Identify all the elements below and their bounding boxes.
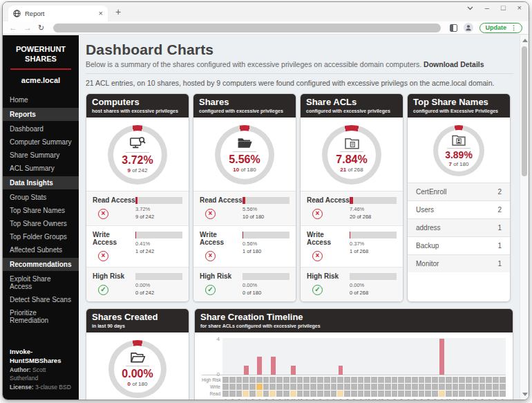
sidebar-item-acl-summary[interactable]: ACL Summary bbox=[3, 162, 79, 175]
sidebar-item-dashboard[interactable]: Dashboard bbox=[3, 122, 79, 135]
heatmap-cell bbox=[290, 391, 296, 397]
tab-close-icon[interactable]: × bbox=[99, 10, 103, 17]
month-label: 2 bbox=[472, 398, 479, 400]
side-panel-icon[interactable] bbox=[450, 24, 457, 32]
heatmap-cell bbox=[276, 377, 283, 383]
pass-check-icon: ✓ bbox=[98, 285, 108, 295]
heatmap-cell bbox=[364, 377, 370, 383]
y-max-label: 4 bbox=[217, 337, 220, 342]
profile-avatar[interactable] bbox=[464, 23, 473, 32]
heatmap-cell bbox=[412, 391, 418, 397]
stat-row-high-risk: High Risk✓0.00%0 of 180 bbox=[193, 267, 296, 301]
heatmap-cell bbox=[283, 391, 289, 397]
heatmap-cell bbox=[446, 377, 452, 383]
browser-titlebar: Report × + – □ × bbox=[3, 2, 529, 21]
heatmap-cell bbox=[236, 391, 243, 397]
sidebar-item-top-share-owners[interactable]: Top Share Owners bbox=[3, 217, 79, 230]
heatmap-cell bbox=[398, 377, 404, 383]
heatmap-row-high_risk bbox=[222, 377, 506, 383]
update-button[interactable]: Update ⋮ bbox=[479, 23, 522, 33]
address-bar[interactable] bbox=[53, 24, 441, 32]
divider bbox=[86, 73, 513, 74]
back-icon[interactable]: ← bbox=[9, 24, 17, 32]
heatmap-cell bbox=[344, 384, 350, 390]
heatmap-cell bbox=[351, 377, 357, 383]
donut-wrap: 0.00%0 of 180 bbox=[86, 332, 189, 400]
share-name: CertEnroll bbox=[416, 188, 446, 196]
minimize-button[interactable]: – bbox=[485, 4, 489, 12]
sidebar-item-exploit-share-access[interactable]: Exploit Share Access bbox=[3, 272, 79, 293]
folder-acl-icon bbox=[344, 137, 360, 149]
sidebar-item-share-summary[interactable]: Share Summary bbox=[3, 149, 79, 162]
new-tab-button[interactable]: + bbox=[115, 7, 121, 17]
stat-label: High Risk bbox=[200, 272, 243, 280]
month-label: 5 bbox=[249, 398, 256, 400]
heatmap-cell bbox=[425, 377, 431, 383]
stat-row-read-access: Read Access×3.72%9 of 242 bbox=[86, 191, 189, 225]
stat-row-high-risk: High Risk✓0.00%0 of 242 bbox=[86, 267, 189, 301]
sidebar-item-prioritize-remediation[interactable]: Prioritize Remediation bbox=[3, 306, 79, 327]
download-details-link[interactable]: Download Details bbox=[424, 60, 484, 68]
reload-icon[interactable]: ↻ bbox=[38, 24, 44, 32]
fail-x-icon: × bbox=[312, 251, 323, 261]
heatmap-cell bbox=[493, 391, 499, 397]
month-label: 8 bbox=[351, 398, 358, 400]
share-name-list: CertEnroll2Users2address1Backup1Monitor1 bbox=[408, 182, 510, 301]
stat-row-high-risk: High Risk✓0.00%0 of 268 bbox=[301, 267, 403, 301]
chevron-down-icon[interactable] bbox=[467, 6, 473, 10]
stat-row-read-access: Read Access×5.56%10 of 180 bbox=[193, 191, 296, 225]
progress-bar bbox=[350, 273, 397, 280]
vertical-scrollbar[interactable] bbox=[520, 35, 529, 400]
stat-percent: 0.56% bbox=[243, 241, 289, 247]
sidebar-item-top-share-names[interactable]: Top Share Names bbox=[3, 204, 79, 217]
sidebar-item-computer-summary[interactable]: Computer Summary bbox=[3, 135, 79, 149]
heatmap-cell bbox=[493, 377, 499, 383]
donut-wrap: 7.84%21 of 268 bbox=[301, 118, 403, 191]
donut-percent: 7.84% bbox=[336, 153, 367, 166]
card-subtitle: configured with excessive privileges bbox=[199, 109, 290, 113]
domain-name: acme.local bbox=[3, 76, 79, 84]
sidebar-item-top-folder-groups[interactable]: Top Folder Groups bbox=[3, 230, 79, 243]
maximize-button[interactable]: □ bbox=[501, 4, 506, 12]
heatmap-cell bbox=[405, 377, 411, 383]
donut-count: 21 of 268 bbox=[340, 167, 363, 173]
month-label: 4 bbox=[323, 398, 330, 400]
folder-open-icon bbox=[237, 137, 253, 149]
forward-icon[interactable]: → bbox=[23, 24, 32, 32]
month-label: 8 bbox=[432, 398, 439, 400]
stat-row-write-access: Write Access×0.37%1 of 268 bbox=[301, 225, 403, 267]
month-label: 4 bbox=[486, 398, 493, 400]
sidebar-item-affected-subnets[interactable]: Affected Subnets bbox=[3, 243, 79, 256]
card-header: Top Share Namesconfigured with Excessive… bbox=[408, 94, 510, 118]
scrollbar-thumb[interactable] bbox=[522, 46, 527, 176]
sidebar-section-data-insights: Data Insights bbox=[3, 176, 79, 189]
scroll-down-icon[interactable] bbox=[522, 393, 528, 396]
heatmap-cell bbox=[222, 384, 229, 390]
sidebar-item-home[interactable]: Home bbox=[3, 93, 79, 106]
stat-rows: Read Access×7.46%20 of 268Write Access×0… bbox=[301, 191, 403, 301]
heatmap-cell bbox=[425, 391, 431, 397]
donut-wrap: 5.56%10 of 180 bbox=[193, 118, 296, 191]
sidebar-item-group-stats[interactable]: Group Stats bbox=[3, 191, 79, 204]
close-button[interactable]: × bbox=[517, 4, 522, 12]
heatmap-cell bbox=[358, 377, 364, 383]
heatmap-cell bbox=[269, 384, 276, 390]
progress-bar bbox=[243, 273, 289, 280]
heatmap-cell bbox=[337, 377, 343, 383]
share-name: Backup bbox=[416, 242, 439, 250]
month-label: 10 bbox=[364, 398, 371, 400]
timeline-bar bbox=[291, 366, 296, 375]
donut-percent: 5.56% bbox=[229, 153, 260, 166]
browser-tab-report[interactable]: Report × bbox=[8, 6, 108, 21]
sidebar-item-detect-share-scans[interactable]: Detect Share Scans bbox=[3, 293, 79, 306]
heatmap-cell bbox=[378, 391, 384, 397]
kebab-menu-icon[interactable]: ⋮ bbox=[511, 25, 517, 31]
stat-percent: 0.41% bbox=[135, 241, 182, 247]
page-title: Dashboard Charts bbox=[86, 41, 513, 58]
progress-bar bbox=[135, 197, 182, 204]
heatmap-cell bbox=[263, 391, 269, 397]
heatmap-cell bbox=[269, 391, 276, 397]
month-label: 7 bbox=[344, 398, 351, 400]
scroll-up-icon[interactable] bbox=[522, 39, 528, 42]
donut-chart: 0.00%0 of 180 bbox=[108, 340, 167, 398]
